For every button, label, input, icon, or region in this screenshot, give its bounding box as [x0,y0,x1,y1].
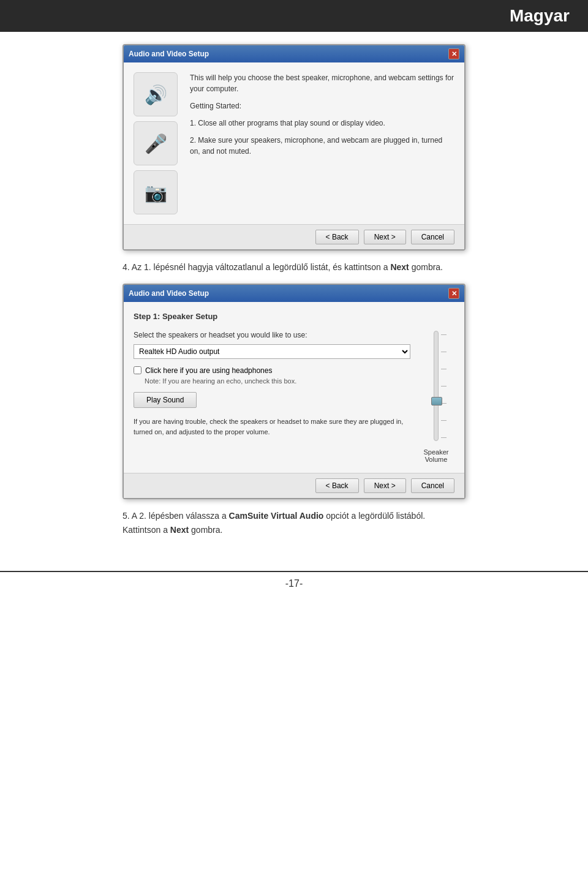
dialog-intro-text: This will help you choose the best speak… [190,72,454,94]
instruction-2-number: 5. [123,511,130,521]
step1-layout: Select the speakers or headset you would… [134,331,454,463]
next-button-1[interactable]: Next > [364,230,406,244]
back-button-1[interactable]: < Back [315,230,359,244]
instruction-2-bold1: CamSuite Virtual Audio [229,511,324,521]
back-button-2[interactable]: < Back [315,478,359,493]
headphones-checkbox-row: Click here if you are using headphones [134,366,410,375]
dialog-close-button-2[interactable]: ✕ [448,288,459,299]
instruction-2-text: A 2. lépésben válassza a [132,511,229,521]
instruction-1-number: 4. [123,262,130,272]
instruction-2-bold2: Next [170,525,189,535]
next-button-2[interactable]: Next > [364,478,406,493]
page-footer: -17- [0,571,588,595]
dialog-step2-text: 2. Make sure your speakers, microphone, … [190,135,454,157]
instruction-1-text2: gombra. [409,262,443,272]
step1-right-col: — — — — — — — SpeakerVolume [418,331,454,463]
dialog-title-2: Audio and Video Setup [129,289,209,298]
dialog-icons-column: 🔊 🎤 📷 [134,72,183,214]
microphone-icon-box: 🎤 [134,121,178,165]
page-header: Magyar [0,0,588,32]
step1-title: Step 1: Speaker Setup [134,312,454,321]
dialog-audio-video-setup-1: Audio and Video Setup ✕ 🔊 🎤 📷 This will … [123,44,466,251]
instruction-text-2: 5. A 2. lépésben válassza a CamSuite Vir… [123,509,466,537]
volume-label: SpeakerVolume [424,448,449,463]
cancel-button-1[interactable]: Cancel [411,230,454,244]
dialog-getting-started: Getting Started: [190,100,454,111]
dialog-close-button-1[interactable]: ✕ [448,48,459,59]
page-language-title: Magyar [510,6,570,25]
speaker-icon-box: 🔊 [134,72,178,116]
step1-left-col: Select the speakers or headset you would… [134,331,410,463]
dialog-title-1: Audio and Video Setup [129,50,209,58]
dialog-body-1: 🔊 🎤 📷 This will help you choose the best… [124,62,464,224]
speakers-dropdown[interactable]: Realtek HD Audio output [134,344,410,359]
select-speakers-label: Select the speakers or headset you would… [134,331,410,339]
dialog-titlebar-2: Audio and Video Setup ✕ [124,285,464,302]
dialog-titlebar-1: Audio and Video Setup ✕ [124,45,464,62]
instruction-2-text3: gombra. [189,525,222,535]
cancel-button-2[interactable]: Cancel [411,478,454,493]
page-number: -17- [285,578,303,589]
echo-note: Note: If you are hearing an echo, unchec… [145,377,410,385]
play-sound-button[interactable]: Play Sound [134,392,197,408]
instruction-1-bold: Next [390,262,409,272]
dialog-text-column: This will help you choose the best speak… [190,72,454,214]
dialog-body-2: Step 1: Speaker Setup Select the speaker… [124,302,464,473]
main-content: Audio and Video Setup ✕ 🔊 🎤 📷 This will … [0,32,588,559]
headphones-checkbox[interactable] [134,366,141,374]
dialog-audio-video-setup-2: Audio and Video Setup ✕ Step 1: Speaker … [123,284,466,499]
dialog-footer-1: < Back Next > Cancel [124,224,464,249]
trouble-text: If you are having trouble, check the spe… [134,417,410,437]
dialog-step1-text: 1. Close all other programs that play so… [190,118,454,129]
volume-slider-track[interactable]: — — — — — — — [434,331,439,441]
dialog-footer-2: < Back Next > Cancel [124,473,464,498]
instruction-text-1: 4. Az 1. lépésnél hagyja változatlanul a… [123,260,466,274]
webcam-icon-box: 📷 [134,170,178,214]
headphones-label: Click here if you are using headphones [145,366,272,375]
instruction-1-text: Az 1. lépésnél hagyja változatlanul a le… [132,262,391,272]
slider-tick-marks: — — — — — — — [441,331,447,440]
